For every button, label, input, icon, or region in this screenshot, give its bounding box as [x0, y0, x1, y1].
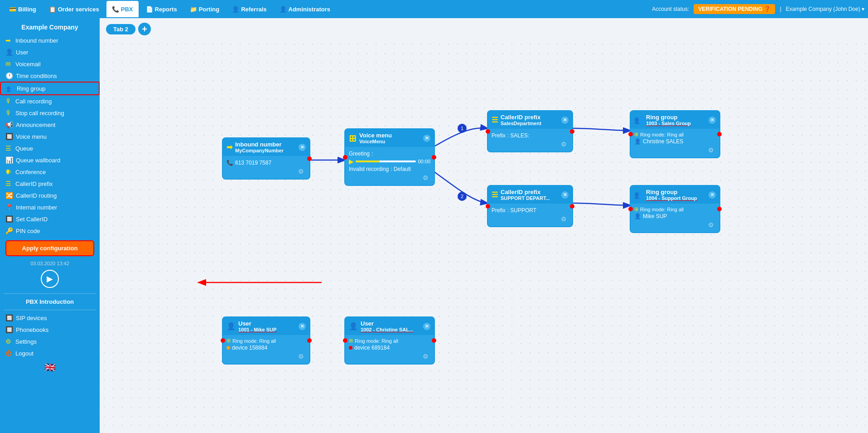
- set-callerid-icon: 🔲: [5, 215, 13, 223]
- inbound-gear[interactable]: ⚙: [227, 167, 306, 176]
- ring-sales-icon: 👥: [634, 116, 643, 124]
- tab-pill-tab2[interactable]: Tab 2: [106, 24, 135, 34]
- sidebar-item-time-conditions[interactable]: 🕐 Time conditions: [0, 70, 100, 82]
- ring-support-header: 👥 Ring group 1004 - Support Group ✕: [631, 186, 719, 204]
- administrators-icon: 👤: [280, 6, 287, 13]
- nav-tab-administrators[interactable]: 👤 Administrators: [274, 1, 336, 17]
- user-christine-device-row: device 689184: [349, 345, 430, 351]
- sidebar-divider-1: [4, 293, 96, 294]
- sidebar-item-callerid-prefix[interactable]: ☰ CallerID prefix: [0, 178, 100, 190]
- node-callerid-support[interactable]: ☰ CallerID prefix SUPPORT DEPART... ✕ Pr…: [487, 185, 573, 227]
- voicemenu-gear[interactable]: ⚙: [349, 173, 430, 182]
- nav-tab-pbx[interactable]: 📞 PBX: [106, 1, 139, 17]
- user-mike-mode-icon: ⊞: [227, 338, 231, 344]
- callerid-sales-gear[interactable]: ⚙: [492, 140, 569, 149]
- node-ring-group-support[interactable]: 👥 Ring group 1004 - Support Group ✕ ⊞ Ri…: [630, 185, 720, 233]
- porting-icon: 📁: [190, 6, 197, 13]
- sidebar-item-sip-devices[interactable]: 🔲 SIP devices: [0, 312, 100, 324]
- ring-sales-gear[interactable]: ⚙: [634, 146, 716, 155]
- verify-button[interactable]: VERIFICATION PENDING ❓: [694, 4, 775, 14]
- callerid-support-subtitle: SUPPORT DEPART...: [501, 195, 550, 201]
- callerid-sales-title: CallerID prefix: [501, 114, 541, 121]
- ring-sales-mode-icon: ⊞: [634, 131, 638, 137]
- order-services-icon: 📋: [49, 6, 56, 13]
- sidebar-item-announcement[interactable]: 📢 Announcement: [0, 119, 100, 131]
- user-account-name[interactable]: Example Company (John Doe) ▾: [786, 6, 864, 12]
- ring-support-close[interactable]: ✕: [709, 191, 716, 199]
- callerid-sales-close[interactable]: ✕: [561, 117, 569, 124]
- nav-tab-porting[interactable]: 📁 Porting: [184, 1, 225, 17]
- sidebar-item-queue[interactable]: ☰ Queue: [0, 142, 100, 154]
- ring-support-agent-icon: 👤: [634, 213, 641, 219]
- audio-play-icon[interactable]: ▶: [349, 158, 354, 165]
- inbound-close-btn[interactable]: ✕: [299, 144, 306, 151]
- ring-support-title: Ring group: [646, 189, 697, 195]
- top-nav: 💳 Billing 📋 Order services 📞 PBX 📄 Repor…: [0, 0, 868, 18]
- sidebar: Example Company ➡ Inbound number 👤 User …: [0, 18, 100, 433]
- user-mike-left-dot: [221, 338, 225, 343]
- user-christine-mode-row: ⊞ Ring mode: Ring all: [349, 338, 430, 344]
- play-button[interactable]: ▶: [41, 270, 59, 288]
- ring-support-right-dot: [717, 207, 722, 211]
- voicemenu-icon: ⊞: [349, 133, 357, 144]
- sidebar-item-phonebooks[interactable]: 🔲 Phonebooks: [0, 324, 100, 336]
- callerid-support-gear[interactable]: ⚙: [492, 214, 569, 224]
- node-user-christine[interactable]: 👤 User 1002 - Christine SAL... ✕ ⊞ Ring …: [344, 316, 435, 365]
- sidebar-item-voice-menu[interactable]: 🔲 Voice menu: [0, 131, 100, 142]
- user-mike-close[interactable]: ✕: [299, 323, 306, 330]
- sidebar-item-ring-group[interactable]: 👥 Ring group: [0, 82, 100, 95]
- callerid-support-close[interactable]: ✕: [561, 191, 569, 199]
- sidebar-item-user[interactable]: 👤 User: [0, 46, 100, 58]
- sidebar-item-logout[interactable]: ⏻ Logout: [0, 347, 100, 359]
- call-recording-icon: 🎙: [5, 97, 13, 105]
- nav-tab-order-services[interactable]: 📋 Order services: [43, 1, 105, 17]
- user-christine-left-dot: [343, 338, 347, 343]
- callerid-support-prefix-row: Prefix : SUPPORT: [492, 207, 569, 214]
- voicemenu-close-btn[interactable]: ✕: [423, 135, 430, 142]
- add-tab-button[interactable]: +: [138, 23, 151, 35]
- ring-sales-close[interactable]: ✕: [709, 117, 716, 124]
- sidebar-item-inbound-number[interactable]: ➡ Inbound number: [0, 34, 100, 46]
- ring-support-gear[interactable]: ⚙: [634, 220, 716, 229]
- audio-track: [356, 161, 416, 162]
- sidebar-item-settings[interactable]: ⚙ Settings: [0, 336, 100, 347]
- callerid-sales-left-dot: [486, 129, 490, 134]
- nav-tab-referrals[interactable]: 👤 Referrals: [227, 1, 272, 17]
- sidebar-item-internal-number[interactable]: 📍 Internal number: [0, 201, 100, 213]
- svg-point-1: [458, 124, 467, 133]
- nav-tab-billing[interactable]: 💳 Billing: [4, 1, 42, 17]
- sidebar-item-stop-call-recording[interactable]: 🎙 Stop call recording: [0, 107, 100, 119]
- voicemenu-right-dot: [432, 155, 436, 160]
- language-flag[interactable]: 🇬🇧: [0, 359, 100, 375]
- sidebar-item-voicemail[interactable]: ✉ Voicemail: [0, 58, 100, 70]
- callerid-support-left-dot: [486, 204, 490, 209]
- play-button-wrap: ▶: [0, 270, 100, 288]
- user-mike-gear[interactable]: ⚙: [227, 352, 306, 361]
- sidebar-item-queue-wallboard[interactable]: 📊 Queue wallboard: [0, 154, 100, 166]
- node-voice-menu[interactable]: ⊞ Voice menu VoiceMenu ✕ Greeting : ▶: [344, 128, 435, 186]
- user-christine-close[interactable]: ✕: [423, 323, 430, 330]
- user-christine-icon: 👤: [349, 322, 358, 331]
- sidebar-item-set-callerid[interactable]: 🔲 Set CallerID: [0, 213, 100, 225]
- pbx-icon: 📞: [112, 6, 119, 13]
- voicemail-icon: ✉: [5, 60, 13, 68]
- tab-bar: Tab 2 +: [100, 18, 868, 40]
- sidebar-item-callerid-routing[interactable]: 🔀 CallerID routing: [0, 190, 100, 201]
- user-mike-body: ⊞ Ring mode: Ring all device 158884 ⚙: [223, 335, 309, 364]
- time-conditions-icon: 🕐: [5, 72, 13, 79]
- nav-tab-reports[interactable]: 📄 Reports: [140, 1, 183, 17]
- sidebar-item-conference[interactable]: 🗣 Conference: [0, 166, 100, 178]
- sidebar-item-pin-code[interactable]: 🔑 PIN code: [0, 225, 100, 237]
- node-user-mike[interactable]: 👤 User 1001 - Mike SUP ✕ ⊞ Ring mode: Ri…: [222, 316, 310, 365]
- apply-configuration-button[interactable]: Apply configuration: [5, 240, 94, 256]
- node-callerid-sales[interactable]: ☰ CallerID prefix SalesDepartment ✕ Pref…: [487, 110, 573, 152]
- node-inbound-number[interactable]: ➡ Inbound number MyCompanyNumber ✕ 📞 613…: [222, 137, 310, 180]
- pbx-canvas[interactable]: 1 2 ➡ Inbound number: [100, 40, 868, 433]
- user-christine-gear[interactable]: ⚙: [349, 352, 430, 361]
- stop-call-recording-icon: 🎙: [5, 109, 13, 117]
- inbound-right-dot: [307, 156, 312, 161]
- node-ring-group-sales[interactable]: 👥 Ring group 1003 - Sales Group ✕ ⊞ Ring…: [630, 110, 720, 158]
- ring-sales-header: 👥 Ring group 1003 - Sales Group ✕: [631, 111, 719, 129]
- sidebar-item-call-recording[interactable]: 🎙 Call recording: [0, 95, 100, 107]
- ring-sales-body: ⊞ Ring mode: Ring all 👤 Christine SALES …: [631, 129, 719, 157]
